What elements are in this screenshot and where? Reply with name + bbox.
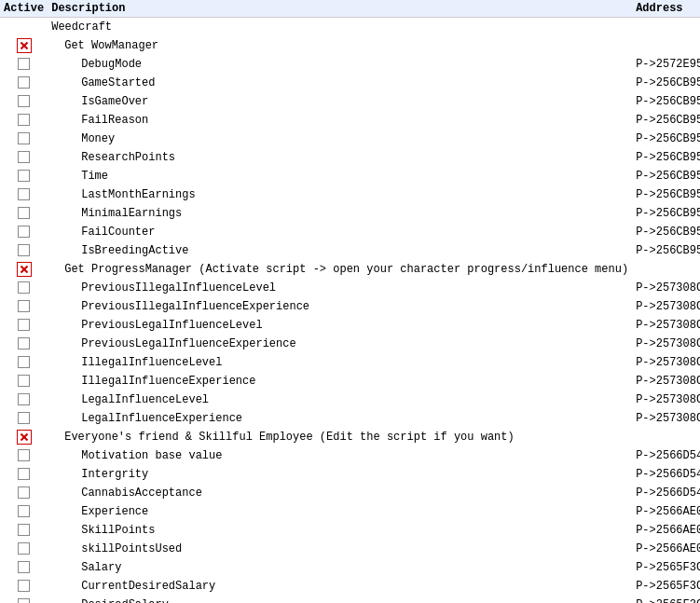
active-cell[interactable] [0,353,48,372]
table-row[interactable]: IsBreedingActiveP->256CB95C6FCByte0 [0,241,700,260]
checkbox-icon[interactable] [18,207,30,219]
active-cell[interactable] [0,223,48,241]
desc-cell: Weedcraft [48,18,632,37]
active-cell[interactable] [0,92,48,111]
table-row[interactable]: PreviousIllegalInfluenceLevelP->257308CB… [0,279,700,297]
active-cell[interactable] [0,577,48,596]
table-row[interactable]: MoneyP->256CB95C6E0Float50000 [0,130,700,148]
active-cell[interactable] [0,484,48,502]
table-row[interactable]: SkillPointsP->2566AE045944 Bytes2 [0,521,700,540]
table-row[interactable]: FailReasonP->256CB95C6DC4 Bytes1 [0,111,700,130]
checkbox-icon[interactable] [18,76,30,89]
active-cell[interactable] [0,409,48,428]
table-row[interactable]: skillPointsUsedP->2566AE045984 Bytes2 [0,540,700,558]
checkbox-icon[interactable] [18,337,30,349]
table-row[interactable]: ExperienceP->2566AE045904 Bytes700 [0,502,700,521]
checkbox-icon[interactable] [18,356,30,368]
table-row[interactable]: Get ProgressManager (Activate script -> … [0,260,700,279]
checkbox-icon[interactable] [18,132,30,144]
checkbox-icon[interactable] [18,300,30,312]
x-mark-icon[interactable] [17,38,32,53]
table-row[interactable]: PreviousIllegalInfluenceExperienceP->257… [0,297,700,316]
checkbox-icon[interactable] [18,449,30,461]
header-addr: Address [632,0,700,18]
active-cell[interactable] [0,148,48,167]
table-row[interactable]: PreviousLegalInfluenceLevelP->257308CB36… [0,316,700,335]
x-mark-icon[interactable] [17,262,32,277]
checkbox-icon[interactable] [18,412,30,424]
active-cell[interactable] [0,167,48,185]
active-cell[interactable] [0,596,48,603]
table-row[interactable]: LastMonthEarningsP->256CB95C6F0Float0 [0,185,700,204]
checkbox-icon[interactable] [18,375,30,387]
checkbox-icon[interactable] [18,580,30,592]
checkbox-icon[interactable] [18,598,30,603]
table-row[interactable]: Weedcraft [0,18,700,37]
active-cell[interactable] [0,465,48,484]
active-cell[interactable] [0,316,48,335]
table-row[interactable]: IntergrityP->2566D542E984 Bytes35 [0,465,700,484]
checkbox-icon[interactable] [18,468,30,480]
active-cell[interactable] [0,502,48,521]
table-row[interactable]: CannabisAcceptanceP->2566D542E784 Bytes1… [0,484,700,502]
active-cell[interactable] [0,260,48,279]
x-mark-icon[interactable] [17,430,32,445]
active-cell[interactable] [0,74,48,92]
checkbox-icon[interactable] [18,561,30,573]
table-row[interactable]: GameStartedP->256CB95C6D8Byte1 [0,74,700,92]
checkbox-icon[interactable] [18,244,30,256]
checkbox-icon[interactable] [18,281,30,294]
active-cell[interactable] [0,521,48,540]
checkbox-icon[interactable] [18,170,30,182]
checkbox-icon[interactable] [18,151,30,163]
table-row[interactable]: Everyone's friend & Skillful Employee (E… [0,428,700,446]
checkbox-icon[interactable] [18,319,30,331]
checkbox-icon[interactable] [18,542,30,555]
active-cell[interactable] [0,36,48,55]
active-cell[interactable] [0,428,48,446]
table-row[interactable]: Get WowManager<script> [0,36,700,55]
active-cell[interactable] [0,540,48,558]
checkbox-icon[interactable] [18,393,30,405]
table-row[interactable]: LegalInfluenceLevelP->257308CB3584 Bytes… [0,391,700,409]
table-row[interactable]: DebugModeP->2572E951948ByteNo [0,55,700,74]
active-cell[interactable] [0,558,48,577]
address-cell: P->257308CB358 [632,391,700,409]
table-row[interactable]: CurrentDesiredSalaryP->2565F3C7A244 Byte… [0,577,700,596]
checkbox-icon[interactable] [18,226,30,238]
checkbox-icon[interactable] [18,524,30,536]
active-cell[interactable] [0,446,48,465]
table-row[interactable]: DesiredSalaryP->2565F3C7A284 Bytes350 [0,596,700,603]
table-row[interactable]: TimeP->256CB95C6ECFloat0 [0,167,700,185]
table-row[interactable]: IllegalInfluenceExperienceP->257308CB354… [0,372,700,391]
table-row[interactable]: FailCounterP->256CB95C6F8Float0 [0,223,700,241]
active-cell[interactable] [0,111,48,130]
table-row[interactable]: IsGameOverP->256CB95C6D9Byte0 [0,92,700,111]
checkbox-icon[interactable] [18,58,30,70]
active-cell[interactable] [0,185,48,204]
active-cell[interactable] [0,55,48,74]
checkbox-icon[interactable] [18,505,30,517]
table-row[interactable]: Motivation base valueP->2566D542ED84 Byt… [0,446,700,465]
active-cell[interactable] [0,391,48,409]
table-row[interactable]: MinimalEarningsP->256CB95C6F4Float3.4028… [0,204,700,223]
table-row[interactable]: SalaryP->2565F3C796C4 Bytes350 [0,558,700,577]
checkbox-icon[interactable] [18,95,30,107]
active-cell[interactable] [0,335,48,353]
address-cell: P->256CB95C6F8 [632,223,700,241]
address-cell: P->256CB95C6E0 [632,130,700,148]
checkbox-icon[interactable] [18,487,30,499]
active-cell[interactable] [0,241,48,260]
active-cell[interactable] [0,279,48,297]
active-cell[interactable] [0,130,48,148]
active-cell[interactable] [0,372,48,391]
active-cell[interactable] [0,204,48,223]
checkbox-icon[interactable] [18,188,30,200]
active-cell[interactable] [0,297,48,316]
table-row[interactable]: PreviousLegalInfluenceExperienceP->25730… [0,335,700,353]
table-row[interactable]: LegalInfluenceExperienceP->257308CB35C4 … [0,409,700,428]
table-row[interactable]: IllegalInfluenceLevelP->257308CB3504 Byt… [0,353,700,372]
checkbox-icon[interactable] [18,114,30,126]
active-cell[interactable] [0,18,48,37]
table-row[interactable]: ResearchPointsP->256CB95C6E84 Bytes25 [0,148,700,167]
